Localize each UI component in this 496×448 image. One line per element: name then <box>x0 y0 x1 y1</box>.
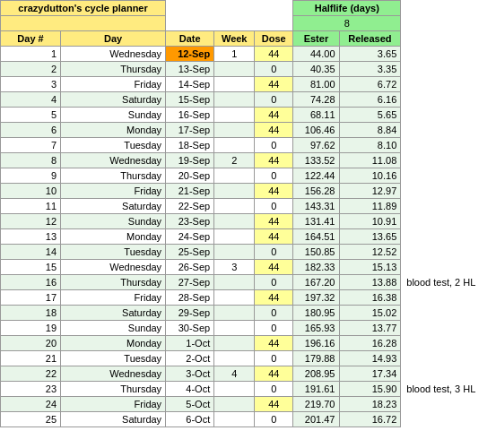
cell-dose: 44 <box>255 397 293 412</box>
table-row: 22Wednesday3-Oct444208.9517.34 <box>1 366 496 382</box>
table-row: 18Saturday29-Sep0180.9515.02 <box>1 306 496 321</box>
table-row: 20Monday1-Oct44196.1616.28 <box>1 336 496 351</box>
cell-dose: 0 <box>255 275 293 290</box>
cell-day-name: Monday <box>61 229 166 245</box>
cell-date: 16-Sep <box>166 108 214 123</box>
col-released: Released <box>339 31 401 47</box>
cell-ester: 40.35 <box>293 62 339 77</box>
cell-ester: 74.28 <box>293 92 339 108</box>
cell-date: 2-Oct <box>166 351 214 366</box>
cell-dose: 0 <box>255 92 293 108</box>
cell-dose: 44 <box>255 123 293 138</box>
cell-day-name: Friday <box>61 77 166 92</box>
col-ester: Ester <box>293 31 339 47</box>
cell-notes <box>401 123 496 138</box>
cell-dose: 44 <box>255 108 293 123</box>
cell-date: 29-Sep <box>166 306 214 321</box>
cell-day-name: Saturday <box>61 92 166 108</box>
cell-day-name: Wednesday <box>61 260 166 275</box>
cell-dose: 44 <box>255 214 293 229</box>
cell-ester: 196.16 <box>293 336 339 351</box>
cell-released: 15.02 <box>339 306 401 321</box>
cell-ester: 164.51 <box>293 229 339 245</box>
cell-ester: 180.95 <box>293 306 339 321</box>
cell-notes <box>401 321 496 336</box>
cell-day-num: 24 <box>1 397 61 412</box>
cell-week <box>214 138 255 153</box>
cell-date: 5-Oct <box>166 397 214 412</box>
cell-day-name: Thursday <box>61 382 166 397</box>
cell-week <box>214 306 255 321</box>
cell-day-num: 6 <box>1 123 61 138</box>
cell-dose: 0 <box>255 138 293 153</box>
cell-dose: 0 <box>255 321 293 336</box>
cell-dose: 44 <box>255 290 293 306</box>
cell-day-num: 2 <box>1 62 61 77</box>
cell-day-num: 11 <box>1 199 61 214</box>
cell-dose: 0 <box>255 382 293 397</box>
cell-ester: 201.47 <box>293 412 339 427</box>
cell-day-name: Tuesday <box>61 351 166 366</box>
cell-week <box>214 184 255 199</box>
cell-day-name: Sunday <box>61 321 166 336</box>
table-row: 7Tuesday18-Sep097.628.10 <box>1 138 496 153</box>
cell-notes <box>401 153 496 168</box>
cell-ester: 191.61 <box>293 382 339 397</box>
cell-date: 13-Sep <box>166 62 214 77</box>
cell-notes <box>401 199 496 214</box>
cell-notes <box>401 138 496 153</box>
cell-date: 6-Oct <box>166 412 214 427</box>
cell-notes <box>401 290 496 306</box>
cell-day-num: 1 <box>1 47 61 62</box>
cell-day-num: 21 <box>1 351 61 366</box>
cell-week: 4 <box>214 366 255 382</box>
table-row: 11Saturday22-Sep0143.3111.89 <box>1 199 496 214</box>
cell-released: 18.23 <box>339 397 401 412</box>
cell-dose: 0 <box>255 412 293 427</box>
cell-notes <box>401 77 496 92</box>
cell-week <box>214 199 255 214</box>
cell-date: 24-Sep <box>166 229 214 245</box>
cell-notes <box>401 184 496 199</box>
cell-day-num: 18 <box>1 306 61 321</box>
col-date: Date <box>166 31 214 47</box>
cell-released: 13.88 <box>339 275 401 290</box>
cell-day-name: Thursday <box>61 62 166 77</box>
cell-released: 12.97 <box>339 184 401 199</box>
cell-dose: 44 <box>255 260 293 275</box>
cell-day-num: 7 <box>1 138 61 153</box>
cell-day-num: 5 <box>1 108 61 123</box>
cell-week <box>214 382 255 397</box>
col-week: Week <box>214 31 255 47</box>
cell-ester: 81.00 <box>293 77 339 92</box>
col-dose: Dose <box>255 31 293 47</box>
cell-released: 6.16 <box>339 92 401 108</box>
cell-day-num: 22 <box>1 366 61 382</box>
cell-day-name: Tuesday <box>61 245 166 260</box>
cell-day-num: 19 <box>1 321 61 336</box>
cell-day-name: Sunday <box>61 108 166 123</box>
cell-day-name: Wednesday <box>61 47 166 62</box>
cell-notes <box>401 47 496 62</box>
table-row: 1Wednesday12-Sep14444.003.65 <box>1 47 496 62</box>
cell-date: 12-Sep <box>166 47 214 62</box>
cell-released: 10.91 <box>339 214 401 229</box>
cell-released: 13.77 <box>339 321 401 336</box>
cell-day-name: Thursday <box>61 168 166 184</box>
cell-date: 15-Sep <box>166 92 214 108</box>
cell-notes <box>401 397 496 412</box>
table-row: 12Sunday23-Sep44131.4110.91 <box>1 214 496 229</box>
cell-released: 14.93 <box>339 351 401 366</box>
cell-dose: 0 <box>255 168 293 184</box>
cell-dose: 0 <box>255 351 293 366</box>
cell-ester: 106.46 <box>293 123 339 138</box>
cell-dose: 44 <box>255 336 293 351</box>
app-title: crazydutton's cycle planner <box>1 1 166 16</box>
cell-released: 15.90 <box>339 382 401 397</box>
cell-released: 5.65 <box>339 108 401 123</box>
cell-notes <box>401 366 496 382</box>
table-row: 13Monday24-Sep44164.5113.65 <box>1 229 496 245</box>
table-row: 17Friday28-Sep44197.3216.38 <box>1 290 496 306</box>
cell-notes <box>401 92 496 108</box>
cell-ester: 208.95 <box>293 366 339 382</box>
